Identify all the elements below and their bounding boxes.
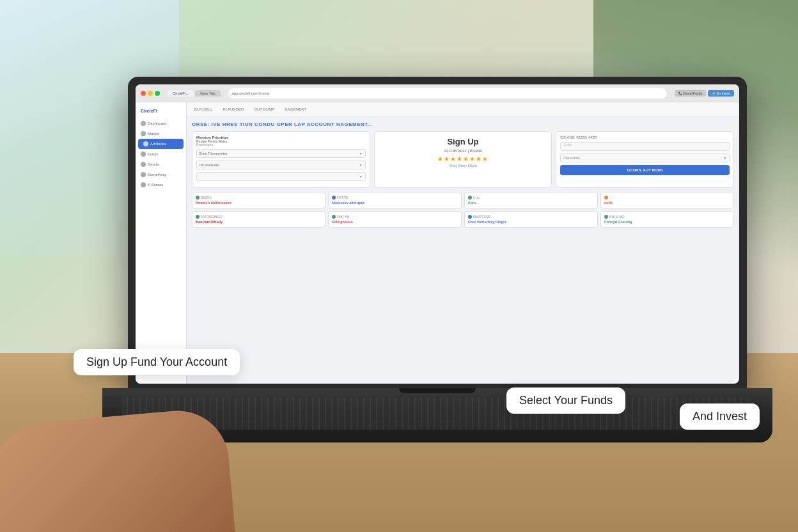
fund-card-2[interactable]: FH7792 Nacessov aitertgup: [328, 192, 462, 208]
sidebar: CircleFi Dashboard Market Attributes: [136, 102, 187, 384]
fund-card-5[interactable]: 3ATONE881EF BaoOamT0Kelly: [192, 211, 325, 228]
browser-bar: CircleFi... New Tab app.circlefi.com/inv…: [136, 84, 739, 102]
fund-name-3: Kam...: [468, 201, 594, 205]
rating-stars: ★★★★★★★★: [437, 155, 489, 162]
laptop-bezel: CircleFi... New Tab app.circlefi.com/inv…: [128, 77, 747, 391]
sidebar-item-attributes[interactable]: Attributes: [138, 139, 184, 149]
nav-tab-buysell[interactable]: BUY/SELL: [192, 106, 215, 113]
fund-card-8[interactable]: B1R.0 450 Pohnyd Soendig: [600, 211, 734, 228]
fund-name-8: Pohnyd Soendig: [604, 220, 730, 224]
fund-name-7: Dree Vahrensky Dingre: [468, 220, 594, 224]
extra-select[interactable]: ▼: [196, 172, 366, 181]
nav-tab-outdump[interactable]: OUT DUMP: [251, 106, 277, 113]
fund-id-3: 0 uo: [468, 196, 594, 199]
app-logo: CircleFi: [136, 106, 186, 116]
form-group-2: Ink distributed ▼: [196, 160, 366, 169]
laptop-screen: CircleFi... New Tab app.circlefi.com/inv…: [136, 84, 739, 384]
market-icon: [141, 131, 146, 136]
fund-icon-8: [604, 215, 608, 219]
fund-icon-2: [332, 196, 336, 199]
fund-name-5: BaoOamT0Kelly: [196, 220, 322, 224]
fund-icon-4: [604, 196, 608, 199]
fund-id-6: 565T AN: [332, 215, 458, 219]
sidebar-item-funds[interactable]: Funds: [136, 149, 186, 159]
fund-id-8: B1R.0 450: [604, 215, 730, 219]
screen-ui: CircleFi... New Tab app.circlefi.com/inv…: [136, 84, 739, 384]
new-tab[interactable]: New Tab: [195, 90, 220, 97]
nav-tab-nagement[interactable]: NAGEMENT: [282, 106, 309, 113]
active-tab[interactable]: CircleFi...: [168, 90, 194, 97]
browser-tabs: CircleFi... New Tab: [168, 90, 221, 97]
code-input-field[interactable]: Code: [560, 142, 730, 151]
arm-wrapper: [0, 372, 256, 532]
details-icon: [141, 162, 146, 167]
maximize-dot[interactable]: [155, 91, 160, 96]
fund-name-6: S0lingnolius: [332, 220, 458, 224]
signup-description: Shmy 2deiry Elilard: [449, 164, 476, 168]
fund-icon-3: [468, 196, 472, 199]
minimize-dot[interactable]: [148, 91, 153, 96]
fund-icon-1: [196, 196, 199, 199]
app-layout: CircleFi Dashboard Market Attributes: [136, 102, 739, 384]
funds-icon: [141, 152, 146, 157]
code-label: OS AGE 4225S 44ST: [560, 136, 730, 139]
browser-action-buttons: 📞 Bomin/Fundo ⚡ Go Invest: [675, 90, 734, 97]
fund-card-7[interactable]: 5WIRT20VE Dree Vahrensky Dingre: [464, 211, 598, 228]
sidebar-item-siteras[interactable]: S Siteras: [136, 180, 186, 190]
investment-select[interactable]: Enter Thinneyrinker ▼: [196, 149, 366, 158]
page-content: ORSE: IVE HRES TIUN CONDU OPER LAP ACCOU…: [187, 116, 739, 384]
sidebar-item-dashboard[interactable]: Dashboard: [136, 118, 186, 129]
sidebar-item-details[interactable]: Details: [136, 159, 186, 169]
fund-icon-6: [332, 215, 336, 219]
main-content: BUY/SELL IN FUNDED OUT DUMP NAGEMENT ORS…: [187, 102, 739, 384]
sidebar-item-market[interactable]: Market: [136, 129, 186, 139]
fund-id-2: FH7792: [332, 196, 458, 199]
fund-id-7: 5WIRT20VE: [468, 215, 594, 219]
fund-icon-7: [468, 215, 472, 219]
perrevurise-select[interactable]: Perrevurise ▼: [560, 153, 730, 162]
dividend-select[interactable]: Ink distributed ▼: [196, 160, 366, 169]
invest-button[interactable]: GCORS. AUT NONS: [560, 165, 730, 175]
chevron-down-icon-4: ▼: [723, 156, 726, 160]
fund-icon-5: [196, 215, 199, 219]
nav-tab-infunded[interactable]: IN FUNDED: [221, 106, 247, 113]
callout-signup-fund: Sign Up Fund Your Account: [74, 349, 240, 375]
fund-id-1: 380215: [196, 196, 322, 199]
form-group-1: Enter Thinneyrinker ▼: [196, 149, 366, 158]
dashboard-icon: [141, 121, 146, 126]
close-dot[interactable]: [141, 91, 146, 96]
sidebar-item-something[interactable]: Something: [136, 169, 186, 180]
fund-card-1[interactable]: 380215 Amation daltiorazater: [192, 192, 325, 208]
something-icon: [141, 172, 146, 177]
fund-name-2: Nacessov aitertgup: [332, 201, 458, 205]
chevron-down-icon-3: ▼: [359, 175, 363, 178]
url-bar[interactable]: app.circlefi.com/invest: [228, 88, 667, 98]
form-title: Mention Prioritize Resign Period Rates R…: [196, 136, 366, 146]
arm: [0, 407, 235, 532]
bomin-button[interactable]: 📞 Bomin/Fundo: [675, 90, 706, 97]
fund-name-1: Amation daltiorazater: [196, 201, 322, 205]
go-invest-button[interactable]: ⚡ Go Invest: [708, 90, 734, 97]
fund-card-4[interactable]: ... nults: [600, 192, 734, 208]
signup-title: Sign Up: [447, 137, 478, 146]
form-group-3: ▼: [196, 172, 366, 181]
page-title: ORSE: IVE HRES TIUN CONDU OPER LAP ACCOU…: [192, 121, 734, 127]
callout-and-invest: And Invest: [680, 403, 760, 430]
fund-card-6[interactable]: 565T AN S0lingnolius: [328, 211, 462, 228]
fund-name-4: nults: [604, 201, 730, 205]
callout-select-funds: Select Your Funds: [506, 387, 625, 414]
attributes-icon: [143, 141, 148, 146]
fund-id-4: ...: [604, 196, 730, 199]
chevron-down-icon: ▼: [359, 152, 363, 155]
code-panel: OS AGE 4225S 44ST Code Perrevurise ▼: [556, 131, 734, 188]
fund-cards-grid: 380215 Amation daltiorazater FH7792: [192, 192, 734, 228]
top-navigation: BUY/SELL IN FUNDED OUT DUMP NAGEMENT: [187, 102, 739, 116]
signup-subtitle: 22.0.95 A032 | P/u999: [444, 149, 481, 153]
form-panel: Mention Prioritize Resign Period Rates R…: [192, 131, 370, 188]
main-content-grid: Mention Prioritize Resign Period Rates R…: [192, 131, 734, 188]
fund-id-5: 3ATONE881EF: [196, 215, 322, 219]
window-controls: [141, 91, 160, 96]
signup-panel: Sign Up 22.0.95 A032 | P/u999 ★★★★★★★★ S…: [374, 131, 552, 188]
siteras-icon: [141, 182, 146, 187]
fund-card-3[interactable]: 0 uo Kam...: [464, 192, 598, 208]
